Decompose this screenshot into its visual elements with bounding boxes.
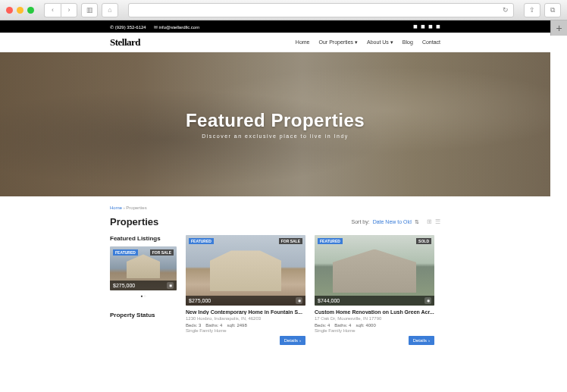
phone-number[interactable]: ✆ (929) 352-6124 — [110, 24, 146, 30]
property-card[interactable]: FEATURED FOR SALE $275,000◉ New Indy Con… — [186, 235, 305, 345]
hero-title: Featured Properties — [186, 110, 365, 131]
card-title: Custom Home Renovation on Lush Green Acr… — [315, 309, 434, 315]
window-controls — [6, 7, 34, 14]
tabs-button[interactable]: ⧉ — [544, 3, 561, 17]
facebook-icon[interactable]: ◼ — [413, 24, 418, 30]
linkedin-icon[interactable]: ◼ — [421, 24, 425, 30]
property-image: FEATURED FOR SALE $275,000◉ — [186, 235, 305, 306]
home-button[interactable]: ⌂ — [102, 3, 118, 17]
card-address: 17 Oak Dr, Mooresville, IN 17790 — [315, 316, 434, 321]
property-image: FEATURED SOLD $744,000◉ — [315, 235, 434, 306]
chevron-down-icon: ▾ — [355, 39, 358, 45]
property-card[interactable]: FEATURED SOLD $744,000◉ Custom Home Reno… — [315, 235, 434, 345]
nav-properties[interactable]: Our Properties ▾ — [319, 39, 359, 45]
sort-control[interactable]: Sort by: Date New to Old ⇅ — [352, 219, 419, 225]
carousel-dots[interactable]: ● ○ — [110, 293, 177, 298]
share-button[interactable]: ⇪ — [524, 3, 540, 17]
featured-listings-title: Featured Listings — [110, 235, 177, 242]
nav-contact[interactable]: Contact — [422, 39, 440, 45]
list-view-button[interactable]: ☰ — [435, 218, 440, 225]
forward-button[interactable]: › — [61, 3, 77, 17]
new-tab-button[interactable]: + — [550, 20, 567, 36]
instagram-icon[interactable]: ◼ — [428, 24, 433, 30]
back-button[interactable]: ‹ — [44, 3, 61, 17]
featured-badge: FEATURED — [113, 249, 138, 256]
address-bar[interactable]: ↻ — [128, 3, 514, 17]
chevron-down-icon: ▾ — [390, 39, 393, 45]
close-window[interactable] — [6, 7, 13, 14]
hero-subtitle: Discover an exclusive place to live in I… — [202, 133, 349, 139]
camera-icon: ◉ — [424, 297, 431, 304]
featured-badge: FEATURED — [189, 238, 214, 244]
forsale-badge: FOR SALE — [150, 249, 174, 256]
thumb-price: $275,000 — [113, 283, 135, 288]
email-link[interactable]: ✉ info@stellardllc.com — [154, 24, 199, 30]
sidebar-toggle[interactable]: ▥ — [81, 3, 98, 17]
camera-icon: ◉ — [296, 297, 302, 304]
nav-blog[interactable]: Blog — [403, 39, 413, 45]
featured-badge: FEATURED — [318, 238, 343, 244]
status-badge: FOR SALE — [279, 238, 302, 244]
section-title: Properties — [110, 216, 158, 227]
main-nav: Stellard Home Our Properties ▾ About Us … — [0, 33, 550, 52]
property-status-title: Property Status — [110, 312, 177, 318]
maximize-window[interactable] — [27, 7, 34, 14]
card-meta: Beds: 3Baths: 4sqft: 2498 — [186, 323, 305, 328]
hero-banner: Featured Properties Discover an exclusiv… — [0, 52, 550, 196]
card-title: New Indy Contemporary Home in Fountain S… — [186, 309, 305, 315]
card-type: Single Family Home — [315, 328, 434, 333]
details-button[interactable]: Details › — [280, 336, 305, 345]
browser-toolbar: ‹ › ▥ ⌂ ↻ ⇪ ⧉ — [0, 0, 567, 20]
site-logo[interactable]: Stellard — [110, 36, 140, 49]
card-address: 1230 Hosbro, Indianapolis, IN, 46203 — [186, 316, 305, 321]
card-price: $744,000 — [318, 298, 340, 303]
card-price: $275,000 — [189, 298, 211, 303]
minimize-window[interactable] — [17, 7, 23, 14]
breadcrumb-home[interactable]: Home — [110, 205, 122, 210]
grid-view-button[interactable]: ⊞ — [427, 218, 432, 225]
top-info-bar: ✆ (929) 352-6124 ✉ info@stellardllc.com … — [0, 20, 550, 33]
nav-home[interactable]: Home — [296, 39, 310, 45]
details-button[interactable]: Details › — [409, 336, 434, 345]
breadcrumb: Home › Properties — [110, 205, 440, 210]
card-meta: Beds: 4Baths: 4sqft: 4000 — [315, 323, 434, 328]
featured-thumbnail[interactable]: FEATURED FOR SALE $275,000◉ — [110, 246, 177, 290]
youtube-icon[interactable]: ◼ — [436, 24, 440, 30]
card-type: Single Family Home — [186, 328, 305, 333]
nav-about[interactable]: About Us ▾ — [367, 39, 393, 45]
status-badge: SOLD — [416, 238, 431, 244]
breadcrumb-current: Properties — [126, 205, 146, 210]
sort-caret-icon: ⇅ — [415, 219, 419, 225]
phone-icon: ✆ — [110, 25, 115, 30]
camera-icon: ◉ — [167, 282, 174, 289]
